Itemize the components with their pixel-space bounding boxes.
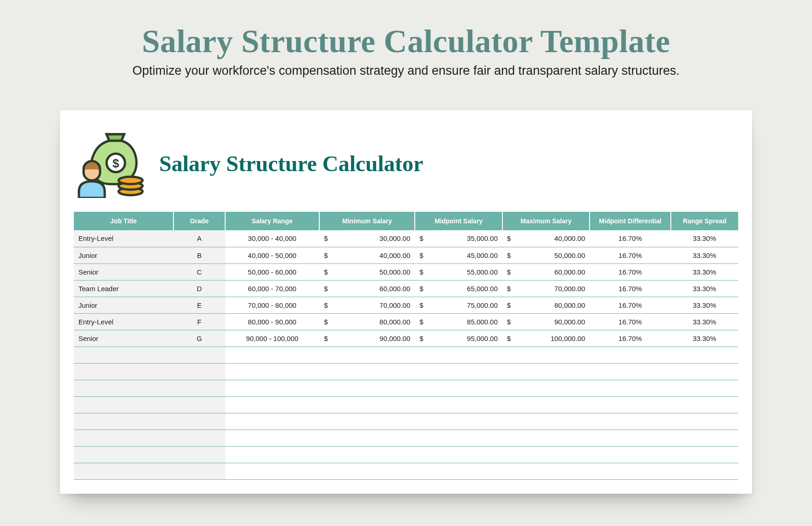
cell-mid[interactable]: 55,000.00 <box>427 263 502 280</box>
table-row-empty <box>74 430 738 446</box>
cell-mid[interactable]: 65,000.00 <box>427 280 502 297</box>
currency-symbol: $ <box>319 330 331 347</box>
cell-job[interactable]: Senior <box>74 330 173 347</box>
currency-symbol: $ <box>502 263 514 280</box>
currency-symbol: $ <box>502 230 514 247</box>
table-row-empty <box>74 463 738 479</box>
col-range: Salary Range <box>225 212 320 230</box>
svg-point-5 <box>119 177 143 184</box>
col-max: Maximum Salary <box>502 212 590 230</box>
table-row: JuniorB40,000 - 50,000$40,000.00$45,000.… <box>74 247 738 263</box>
card-header: $ Salary Structure Calculator <box>74 129 738 198</box>
cell-mid[interactable]: 85,000.00 <box>427 313 502 330</box>
cell-spread[interactable]: 33.30% <box>671 280 738 297</box>
cell-min[interactable]: 50,000.00 <box>331 263 415 280</box>
cell-job[interactable]: Entry-Level <box>74 230 173 247</box>
spreadsheet-card: $ Salary Structure Calculator <box>60 110 752 494</box>
page-subtitle: Optimize your workforce's compensation s… <box>60 64 752 78</box>
currency-symbol: $ <box>319 263 331 280</box>
cell-job[interactable]: Junior <box>74 297 173 313</box>
cell-spread[interactable]: 33.30% <box>671 247 738 263</box>
cell-mid[interactable]: 95,000.00 <box>427 330 502 347</box>
currency-symbol: $ <box>319 247 331 263</box>
table-body: Entry-LevelA30,000 - 40,000$30,000.00$35… <box>74 230 738 479</box>
cell-range[interactable]: 30,000 - 40,000 <box>225 230 320 247</box>
currency-symbol: $ <box>415 297 427 313</box>
currency-symbol: $ <box>319 280 331 297</box>
currency-symbol: $ <box>502 297 514 313</box>
cell-range[interactable]: 40,000 - 50,000 <box>225 247 320 263</box>
page-title: Salary Structure Calculator Template <box>60 23 752 60</box>
currency-symbol: $ <box>319 313 331 330</box>
cell-job[interactable]: Entry-Level <box>74 313 173 330</box>
cell-spread[interactable]: 33.30% <box>671 230 738 247</box>
cell-max[interactable]: 100,000.00 <box>514 330 590 347</box>
salary-icon: $ <box>76 129 145 198</box>
col-min: Minimum Salary <box>319 212 415 230</box>
cell-job[interactable]: Senior <box>74 263 173 280</box>
cell-job[interactable]: Junior <box>74 247 173 263</box>
cell-min[interactable]: 70,000.00 <box>331 297 415 313</box>
cell-grade[interactable]: F <box>173 313 225 330</box>
table-row: SeniorG90,000 - 100,000$90,000.00$95,000… <box>74 330 738 347</box>
cell-min[interactable]: 80,000.00 <box>331 313 415 330</box>
svg-text:$: $ <box>113 156 119 170</box>
cell-spread[interactable]: 33.30% <box>671 313 738 330</box>
cell-mid[interactable]: 45,000.00 <box>427 247 502 263</box>
cell-range[interactable]: 60,000 - 70,000 <box>225 280 320 297</box>
currency-symbol: $ <box>502 313 514 330</box>
cell-diff[interactable]: 16.70% <box>590 230 670 247</box>
cell-min[interactable]: 90,000.00 <box>331 330 415 347</box>
cell-grade[interactable]: B <box>173 247 225 263</box>
cell-min[interactable]: 30,000.00 <box>331 230 415 247</box>
cell-max[interactable]: 90,000.00 <box>514 313 590 330</box>
card-title: Salary Structure Calculator <box>159 151 423 176</box>
cell-range[interactable]: 50,000 - 60,000 <box>225 263 320 280</box>
table-row-empty <box>74 413 738 430</box>
cell-max[interactable]: 50,000.00 <box>514 247 590 263</box>
currency-symbol: $ <box>502 330 514 347</box>
cell-grade[interactable]: A <box>173 230 225 247</box>
currency-symbol: $ <box>319 230 331 247</box>
currency-symbol: $ <box>502 280 514 297</box>
table-row: SeniorC50,000 - 60,000$50,000.00$55,000.… <box>74 263 738 280</box>
cell-min[interactable]: 40,000.00 <box>331 247 415 263</box>
page: Salary Structure Calculator Template Opt… <box>0 0 812 526</box>
col-grade: Grade <box>173 212 225 230</box>
currency-symbol: $ <box>502 247 514 263</box>
cell-max[interactable]: 40,000.00 <box>514 230 590 247</box>
cell-mid[interactable]: 75,000.00 <box>427 297 502 313</box>
cell-spread[interactable]: 33.30% <box>671 297 738 313</box>
cell-range[interactable]: 80,000 - 90,000 <box>225 313 320 330</box>
col-spread: Range Spread <box>671 212 738 230</box>
cell-spread[interactable]: 33.30% <box>671 330 738 347</box>
col-job: Job Title <box>74 212 173 230</box>
cell-grade[interactable]: E <box>173 297 225 313</box>
cell-grade[interactable]: G <box>173 330 225 347</box>
cell-min[interactable]: 60,000.00 <box>331 280 415 297</box>
cell-diff[interactable]: 16.70% <box>590 247 670 263</box>
cell-max[interactable]: 70,000.00 <box>514 280 590 297</box>
table-row-empty <box>74 363 738 380</box>
currency-symbol: $ <box>415 263 427 280</box>
cell-diff[interactable]: 16.70% <box>590 330 670 347</box>
cell-job[interactable]: Team Leader <box>74 280 173 297</box>
cell-mid[interactable]: 35,000.00 <box>427 230 502 247</box>
table-row-empty <box>74 380 738 396</box>
cell-grade[interactable]: D <box>173 280 225 297</box>
table-row-empty <box>74 396 738 413</box>
currency-symbol: $ <box>319 297 331 313</box>
currency-symbol: $ <box>415 230 427 247</box>
cell-spread[interactable]: 33.30% <box>671 263 738 280</box>
cell-diff[interactable]: 16.70% <box>590 297 670 313</box>
cell-range[interactable]: 70,000 - 80,000 <box>225 297 320 313</box>
table-row: Team LeaderD60,000 - 70,000$60,000.00$65… <box>74 280 738 297</box>
cell-diff[interactable]: 16.70% <box>590 263 670 280</box>
cell-diff[interactable]: 16.70% <box>590 313 670 330</box>
cell-range[interactable]: 90,000 - 100,000 <box>225 330 320 347</box>
currency-symbol: $ <box>415 247 427 263</box>
cell-max[interactable]: 60,000.00 <box>514 263 590 280</box>
cell-grade[interactable]: C <box>173 263 225 280</box>
cell-diff[interactable]: 16.70% <box>590 280 670 297</box>
cell-max[interactable]: 80,000.00 <box>514 297 590 313</box>
